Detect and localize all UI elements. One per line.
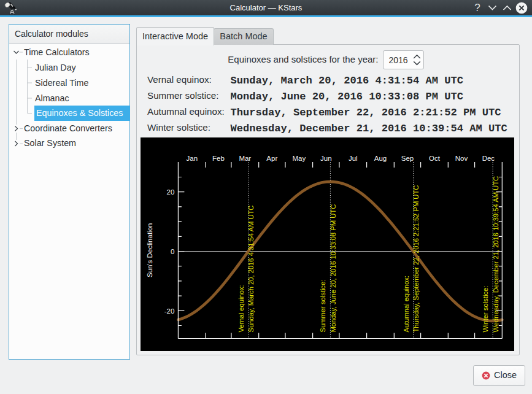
svg-text:Monday, June 20, 2016 10:33:08: Monday, June 20, 2016 10:33:08 PM UTC — [330, 204, 337, 333]
svg-text:Autumnal equinox:: Autumnal equinox: — [403, 276, 410, 333]
svg-text:Vernal equinox:: Vernal equinox: — [237, 285, 245, 332]
svg-text:Oct: Oct — [429, 155, 441, 162]
svg-text:Feb: Feb — [212, 155, 225, 162]
svg-text:Apr: Apr — [266, 155, 277, 162]
svg-text:20: 20 — [167, 188, 175, 196]
svg-text:Nov: Nov — [455, 155, 468, 162]
svg-text:Summer solstice:: Summer solstice: — [319, 280, 326, 333]
svg-text:Dec: Dec — [482, 155, 495, 162]
svg-text:Sunday, March 20, 2016 4:31:54: Sunday, March 20, 2016 4:31:54 AM UTC — [247, 206, 255, 333]
svg-text:0: 0 — [171, 248, 174, 255]
svg-text:Aug: Aug — [374, 155, 387, 162]
svg-text:Mar: Mar — [239, 155, 251, 162]
svg-text:Winter solstice:: Winter solstice: — [482, 286, 489, 333]
svg-text:Sep: Sep — [401, 155, 414, 162]
svg-text:-20: -20 — [164, 307, 175, 315]
svg-text:Jun: Jun — [320, 155, 332, 162]
svg-text:Jul: Jul — [349, 155, 358, 162]
svg-text:Thursday, September 22, 2016 2: Thursday, September 22, 2016 2:21:52 PM … — [412, 185, 420, 333]
svg-text:Sun's Declination: Sun's Declination — [146, 223, 153, 278]
svg-text:May: May — [292, 155, 306, 162]
svg-text:Jan: Jan — [187, 155, 198, 162]
svg-text:Wednesday, December 21, 2016 1: Wednesday, December 21, 2016 10:39:54 AM… — [492, 176, 499, 333]
